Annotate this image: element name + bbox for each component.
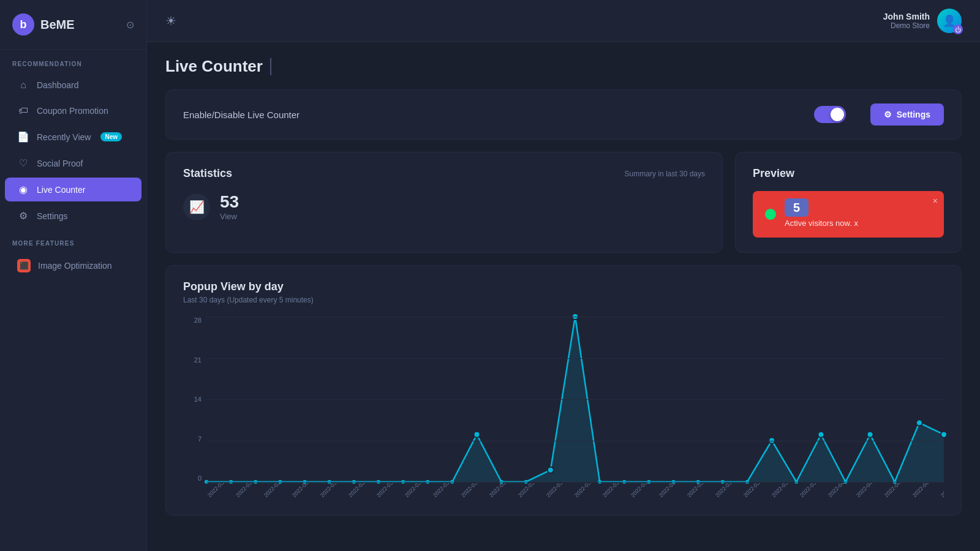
sidebar-item-image-optimization[interactable]: ⬛ Image Optimization xyxy=(5,253,141,279)
y-label-7: 7 xyxy=(183,435,202,443)
page-body: Live Counter Enable/Disable Live Counter… xyxy=(147,42,980,551)
more-features-section-label: MORE FEATURES xyxy=(0,229,146,252)
coupon-icon: 🏷 xyxy=(17,105,29,116)
sidebar-item-social-proof[interactable]: ♡ Social Proof xyxy=(5,151,141,175)
statistics-card: Statistics Summary in last 30 days 📈 53 … xyxy=(165,152,723,253)
page-title: Live Counter xyxy=(165,57,263,76)
chart-x-labels: 2022-03-102022-03-112022-03-122022-03-13… xyxy=(206,483,944,500)
x-label: 2022-03-27 xyxy=(686,483,710,498)
stats-metric: 📈 53 View xyxy=(183,192,705,221)
live-counter-toggle[interactable] xyxy=(814,106,846,123)
image-optimization-icon: ⬛ xyxy=(17,259,31,272)
home-icon: ⌂ xyxy=(17,80,29,91)
x-label: 2022-04-04 xyxy=(911,483,936,498)
sidebar-item-live-counter[interactable]: ◉ Live Counter xyxy=(5,178,141,201)
metric-value: 53 xyxy=(220,192,239,212)
x-label: 2022-03-19 xyxy=(460,483,484,498)
x-label: 2022-03-14 xyxy=(319,483,344,498)
sidebar-item-settings[interactable]: ⚙ Settings xyxy=(5,204,141,228)
sidebar-item-label: Coupon Promotion xyxy=(37,106,108,116)
app-name: BeME xyxy=(40,18,75,32)
preview-widget: × 5 Active visitors now. x xyxy=(753,191,944,238)
sidebar-item-label: Settings xyxy=(37,211,68,221)
logo-icon: b xyxy=(12,13,34,36)
sidebar-item-label: Social Proof xyxy=(37,159,83,168)
preview-title: Preview xyxy=(753,167,944,180)
chart-card: Popup View by day Last 30 days (Updated … xyxy=(165,265,962,515)
preview-text: Active visitors now. x xyxy=(785,219,858,228)
y-label-0: 0 xyxy=(183,474,202,482)
grid-line-bottom xyxy=(206,482,944,482)
main-content: ☀ John Smith Demo Store 👤 ⏻ Live Counter… xyxy=(147,0,980,551)
avatar-power-icon: ⏻ xyxy=(953,24,963,34)
settings-icon: ⚙ xyxy=(17,210,29,222)
stats-summary: Summary in last 30 days xyxy=(625,170,705,178)
page-title-divider xyxy=(270,58,271,75)
sidebar-item-label: Image Optimization xyxy=(38,261,112,271)
toggle-track xyxy=(814,106,846,123)
topbar-right: John Smith Demo Store 👤 ⏻ xyxy=(883,9,962,33)
sidebar: b BeME ⊙ RECOMMENDATION ⌂ Dashboard 🏷 Co… xyxy=(0,0,147,551)
svg-point-30 xyxy=(941,432,947,438)
sidebar-item-dashboard[interactable]: ⌂ Dashboard xyxy=(5,73,141,97)
y-label-21: 21 xyxy=(183,356,202,364)
preview-close-icon[interactable]: × xyxy=(933,196,938,206)
svg-point-11 xyxy=(473,432,480,438)
user-info: John Smith Demo Store xyxy=(883,12,930,30)
grid-line-1 xyxy=(206,358,944,359)
sidebar-item-label: Live Counter xyxy=(37,185,85,195)
metric-trend-icon: 📈 xyxy=(183,193,210,220)
x-label: 2022-03-16 xyxy=(375,483,400,498)
chart-area: 28 21 14 7 0 2022-03-102022-03-112022-03… xyxy=(183,317,944,500)
x-label: 2022-03-12 xyxy=(263,483,287,498)
sidebar-item-recently-view[interactable]: 📄 Recently View New xyxy=(5,125,141,149)
toggle-thumb xyxy=(831,108,844,121)
enable-disable-card: Enable/Disable Live Counter ⚙ Settings xyxy=(165,89,962,140)
grid-line-top xyxy=(206,317,944,317)
y-label-28: 28 xyxy=(183,317,202,324)
x-label: 2022-03-23 xyxy=(573,483,598,498)
x-label: 2022-03-25 xyxy=(630,483,654,498)
enable-label: Enable/Disable Live Counter xyxy=(183,110,814,120)
chart-subtitle: Last 30 days (Updated every 5 minutes) xyxy=(183,296,944,304)
topbar-brightness-icon[interactable]: ☀ xyxy=(165,13,176,28)
stats-header: Statistics Summary in last 30 days xyxy=(183,167,705,180)
stats-preview-row: Statistics Summary in last 30 days 📈 53 … xyxy=(165,152,962,253)
svg-point-27 xyxy=(867,432,873,438)
topbar: ☀ John Smith Demo Store 👤 ⏻ xyxy=(147,0,980,42)
y-label-14: 14 xyxy=(183,395,202,403)
x-label: 2022-03-24 xyxy=(601,483,626,498)
x-label: 2022-03-22 xyxy=(545,483,570,498)
x-label: 2022-03-18 xyxy=(432,483,456,498)
settings-button[interactable]: ⚙ Settings xyxy=(870,103,944,126)
visitor-count: 5 xyxy=(785,198,809,217)
eye-icon: ◉ xyxy=(17,184,29,195)
x-label: 2022-04-03 xyxy=(883,483,908,498)
chart-title: Popup View by day xyxy=(183,280,944,293)
x-label: 2022-03-29 xyxy=(742,483,767,498)
user-store: Demo Store xyxy=(883,21,930,30)
x-label: 2022-03-28 xyxy=(714,483,739,498)
sidebar-item-label: Recently View xyxy=(37,132,91,142)
x-label: 2022-04-05 xyxy=(940,483,944,498)
topbar-gear-icon[interactable]: ⊙ xyxy=(126,19,134,31)
sidebar-item-label: Dashboard xyxy=(37,80,79,90)
chart-plot xyxy=(206,317,944,482)
x-label: 2022-03-26 xyxy=(658,483,682,498)
svg-point-14 xyxy=(548,467,554,473)
x-label: 2022-03-21 xyxy=(517,483,541,498)
x-label: 2022-03-17 xyxy=(404,483,428,498)
x-label: 2022-03-20 xyxy=(488,483,513,498)
settings-btn-icon: ⚙ xyxy=(884,110,892,119)
heart-icon: ♡ xyxy=(17,157,29,169)
chart-y-labels: 28 21 14 7 0 xyxy=(183,317,202,482)
recommendation-section-label: RECOMMENDATION xyxy=(0,50,146,72)
page-title-row: Live Counter xyxy=(165,57,962,76)
sidebar-logo: b BeME ⊙ xyxy=(0,0,146,50)
x-label: 2022-03-30 xyxy=(771,483,795,498)
x-label: 2022-03-13 xyxy=(291,483,315,498)
x-label: 2022-03-10 xyxy=(206,483,231,498)
recently-view-icon: 📄 xyxy=(17,131,29,143)
x-label: 2022-04-01 xyxy=(827,483,851,498)
sidebar-item-coupon-promotion[interactable]: 🏷 Coupon Promotion xyxy=(5,99,141,122)
